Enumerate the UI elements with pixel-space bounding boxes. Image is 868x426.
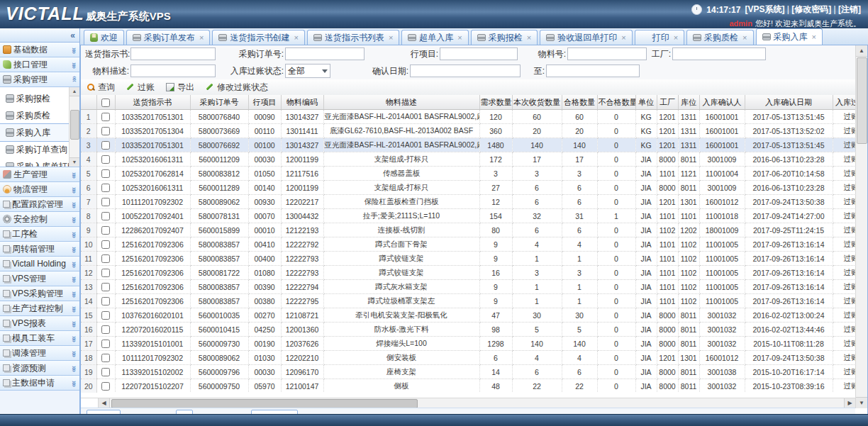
- header-link[interactable]: [VPS系统]: [745, 4, 784, 14]
- table-row[interactable]: 7 101112017092302 5800089062 00930 12202…: [81, 195, 855, 209]
- table-row[interactable]: 17 113392015101001 5600009730 00190 1203…: [81, 337, 855, 351]
- sidebar-group[interactable]: 主数据申请: [0, 376, 79, 391]
- column-header[interactable]: 本次收货数量: [512, 95, 562, 110]
- row-checkbox[interactable]: [101, 155, 110, 164]
- row-checkbox[interactable]: [101, 226, 110, 235]
- sidebar-menu-item[interactable]: 采购入库: [0, 124, 69, 141]
- row-checkbox[interactable]: [101, 325, 110, 334]
- sidebar-group[interactable]: 基础数据: [0, 43, 79, 57]
- column-header[interactable]: 送货指示书: [115, 95, 190, 110]
- column-header[interactable]: 入库过账: [833, 95, 855, 110]
- tab-close-icon[interactable]: [294, 33, 298, 42]
- modify-posting-status-button[interactable]: 修改过账状态: [206, 82, 268, 94]
- tab-close-icon[interactable]: [199, 33, 204, 42]
- table-row[interactable]: 19 113392015102002 5600009796 00030 1209…: [81, 365, 855, 379]
- vertical-scrollbar[interactable]: ▲ ▼: [855, 45, 867, 408]
- sidebar-group[interactable]: 安全控制: [0, 212, 79, 227]
- material-desc-input[interactable]: [130, 65, 216, 77]
- sidebar-group[interactable]: 生产管理: [0, 167, 79, 182]
- sidebar-menu-item[interactable]: 采购订单查询: [0, 141, 69, 158]
- scroll-right-icon[interactable]: ▶: [844, 398, 855, 408]
- scroll-up-icon[interactable]: ▲: [69, 87, 79, 96]
- tab-close-icon[interactable]: [527, 33, 531, 42]
- table-row[interactable]: 5 102532017062814 5800083812 01050 12117…: [81, 167, 855, 181]
- tab-close-icon[interactable]: [742, 33, 747, 42]
- header-link[interactable]: [注销]: [831, 4, 861, 14]
- table-row[interactable]: 1 103352017051301 5800076840 00090 13014…: [81, 110, 855, 124]
- row-checkbox[interactable]: [101, 340, 110, 348]
- scroll-up-icon[interactable]: ▲: [856, 45, 867, 57]
- table-row[interactable]: 3 103352017051301 5800076692 00100 13014…: [81, 138, 855, 152]
- table-row[interactable]: 14 125162017092306 5800083857 00380 1222…: [81, 294, 855, 308]
- scroll-left-icon[interactable]: ◀: [99, 398, 110, 408]
- table-row[interactable]: 4 102532016061311 5600011209 00030 12001…: [81, 152, 855, 167]
- scroll-down-icon[interactable]: ▼: [69, 157, 79, 167]
- column-header[interactable]: 入库确认日期: [745, 95, 833, 110]
- date-to-input[interactable]: [546, 65, 640, 77]
- header-link[interactable]: [修改密码]: [784, 4, 831, 14]
- tab[interactable]: 送货指示书创建: [212, 30, 304, 45]
- column-header[interactable]: 库位: [678, 95, 699, 110]
- sidebar-group[interactable]: 调漆管理: [0, 346, 79, 361]
- column-header[interactable]: 行项目: [248, 95, 281, 110]
- factory-input[interactable]: [672, 47, 766, 60]
- table-row[interactable]: 9 122862017092407 5600015899 00010 12122…: [81, 223, 855, 237]
- column-header[interactable]: 单位: [635, 95, 657, 110]
- submenu-scrollbar[interactable]: ▲ ▼: [69, 87, 79, 167]
- row-checkbox[interactable]: [101, 184, 110, 192]
- row-checkbox[interactable]: [101, 297, 110, 306]
- tab-close-icon[interactable]: [457, 33, 462, 42]
- tab[interactable]: 采购质检: [686, 30, 753, 45]
- row-checkbox[interactable]: [101, 354, 110, 362]
- row-checkbox[interactable]: [101, 198, 110, 206]
- table-row[interactable]: 15 103762016020101 5600010035 00270 1210…: [81, 308, 855, 323]
- sidebar-group[interactable]: Victall Holding: [0, 257, 79, 271]
- row-checkbox[interactable]: [101, 382, 110, 391]
- sidebar-group[interactable]: VPS管理: [0, 271, 79, 286]
- table-row[interactable]: 16 122072016020115 5600010415 04250 1200…: [81, 323, 855, 337]
- sidebar-menu-item[interactable]: 采购报检: [0, 90, 69, 107]
- sidebar-group[interactable]: 采购管理: [0, 72, 79, 87]
- tab-close-icon[interactable]: [812, 33, 816, 41]
- table-row[interactable]: 13 125162017092306 5800083857 00390 1222…: [81, 280, 855, 294]
- row-checkbox[interactable]: [101, 311, 110, 320]
- table-row[interactable]: 8 100522017092401 5800078131 00070 13004…: [81, 209, 855, 223]
- row-checkbox[interactable]: [101, 169, 110, 178]
- tab-close-icon[interactable]: [389, 33, 393, 42]
- table-row[interactable]: 12 125162017092306 5800081722 01080 1222…: [81, 266, 855, 280]
- row-checkbox[interactable]: [101, 368, 110, 376]
- sidebar-collapse-icon[interactable]: [70, 30, 75, 40]
- tab[interactable]: 采购报检: [471, 30, 538, 45]
- tab-close-icon[interactable]: [674, 33, 678, 42]
- export-button[interactable]: 导出: [166, 82, 194, 94]
- column-header[interactable]: 合格数量: [562, 95, 597, 110]
- horizontal-scrollbar[interactable]: ◀ ▶: [81, 398, 855, 408]
- tab[interactable]: 采购订单发布: [126, 30, 210, 45]
- table-row[interactable]: 20 122072015102207 5600009750 05970 1210…: [81, 379, 855, 393]
- sidebar-group[interactable]: 模具工装车: [0, 331, 79, 346]
- tab[interactable]: 超单入库: [401, 30, 468, 45]
- table-row[interactable]: 11 125162017092306 5800083857 00400 1222…: [81, 252, 855, 266]
- sidebar-group[interactable]: 接口管理: [0, 57, 79, 72]
- sidebar-group[interactable]: 生产过程控制: [0, 301, 79, 316]
- posting-status-select[interactable]: 全部: [285, 64, 330, 78]
- material-no-input[interactable]: [567, 47, 647, 60]
- column-header[interactable]: 需求数量: [479, 95, 512, 110]
- scrollbar-thumb[interactable]: [857, 57, 867, 144]
- table-row[interactable]: 18 101112017092302 5800089062 01030 1220…: [81, 351, 855, 365]
- sidebar-group[interactable]: 周转箱管理: [0, 242, 79, 257]
- line-item-input[interactable]: [440, 47, 518, 60]
- tab-close-icon[interactable]: [621, 33, 625, 42]
- tab[interactable]: 采购入库: [756, 28, 823, 45]
- tab[interactable]: 送货指示书列表: [307, 30, 399, 45]
- po-number-input[interactable]: [285, 47, 365, 60]
- column-header[interactable]: 物料描述: [323, 95, 479, 110]
- select-all-checkbox[interactable]: [101, 99, 110, 107]
- sidebar-group[interactable]: VPS采购管理: [0, 286, 79, 301]
- sidebar-group[interactable]: 工序检: [0, 227, 79, 242]
- column-header[interactable]: 不合格数量: [597, 95, 635, 110]
- delivery-note-input[interactable]: [130, 47, 216, 60]
- row-checkbox[interactable]: [101, 254, 110, 263]
- sidebar-menu-item[interactable]: 采购入库单打印: [0, 158, 69, 167]
- scrollbar-track[interactable]: [110, 398, 844, 408]
